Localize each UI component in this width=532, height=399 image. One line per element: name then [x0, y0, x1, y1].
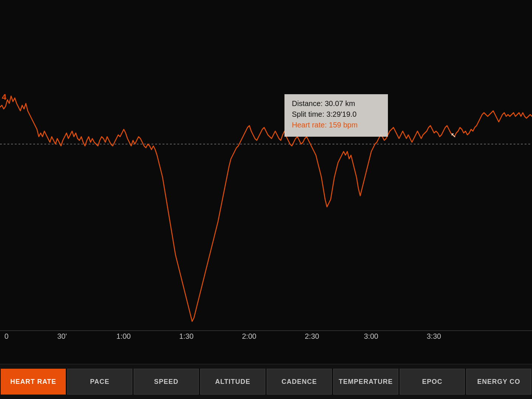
time-label-200: 2:00	[242, 332, 256, 341]
time-axis: 0 30' 1:00 1:30 2:00 2:30 3:00 3:30	[0, 329, 532, 344]
tab-pace[interactable]: PACE	[67, 369, 132, 395]
tab-epoc[interactable]: EPOC	[400, 369, 465, 395]
chart-container: 4 Distance: 30.07 km Split time: 3:29'19…	[0, 0, 532, 399]
bottom-tabs: HEART RATE PACE SPEED ALTITUDE CADENCE T…	[0, 364, 532, 399]
chart-svg: 4	[0, 0, 532, 355]
tab-cadence[interactable]: CADENCE	[267, 369, 332, 395]
tooltip: Distance: 30.07 km Split time: 3:29'19.0…	[284, 94, 388, 137]
tooltip-distance: Distance: 30.07 km	[292, 99, 381, 108]
tab-heart-rate[interactable]: HEART RATE	[1, 369, 66, 395]
time-label-0: 0	[4, 332, 8, 341]
tab-speed[interactable]: SPEED	[134, 369, 199, 395]
svg-rect-0	[0, 0, 532, 355]
tooltip-heart-rate: Heart rate: 159 bpm	[292, 121, 381, 129]
tab-energy-consumption[interactable]: ENERGY CO	[466, 369, 531, 395]
time-label-130: 1:30	[179, 332, 194, 341]
tab-temperature[interactable]: TEMPERATURE	[333, 369, 398, 395]
tooltip-split-time: Split time: 3:29'19.0	[292, 110, 381, 119]
svg-text:4: 4	[2, 92, 7, 102]
time-label-300: 3:00	[364, 332, 378, 341]
time-label-330: 3:30	[427, 332, 441, 341]
tab-altitude[interactable]: ALTITUDE	[200, 369, 265, 395]
mouse-cursor-icon: ↖	[451, 131, 457, 137]
time-label-230: 2:30	[305, 332, 319, 341]
time-label-30: 30'	[57, 332, 67, 341]
time-label-100: 1:00	[116, 332, 131, 341]
